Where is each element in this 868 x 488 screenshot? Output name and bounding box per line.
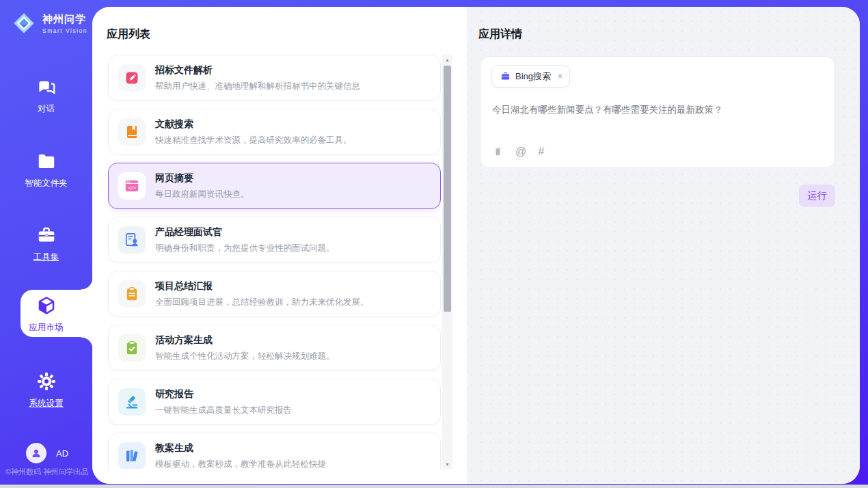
- briefcase-icon: [500, 71, 511, 81]
- app-card-title: 文献搜索: [155, 118, 352, 131]
- app-card[interactable]: 招标文件解析 帮助用户快速、准确地理解和解析招标书中的关键信息: [108, 55, 441, 101]
- app-card-description: 每日政府新闻资讯快查。: [155, 189, 249, 200]
- sidebar-item-chat[interactable]: 对话: [0, 77, 92, 115]
- chat-icon: [36, 77, 57, 97]
- app-card-title: 招标文件解析: [155, 64, 360, 77]
- app-list: 招标文件解析 帮助用户快速、准确地理解和解析招标书中的关键信息 文献搜索 快速精…: [108, 55, 441, 469]
- sidebar: 神州问学 Smart Vision 对话 智能文件夹 工具集 应用市场: [0, 0, 92, 488]
- app-detail-title: 应用详情: [478, 27, 522, 42]
- app-card-title: 研究报告: [155, 388, 292, 401]
- user-avatar-icon: [26, 443, 46, 463]
- browser-code-icon: </>: [118, 172, 146, 200]
- scrollbar: ▲ ▼: [442, 55, 452, 469]
- sidebar-item-toolbox[interactable]: 工具集: [0, 225, 92, 263]
- app-card-title: 网页摘要: [155, 172, 249, 185]
- scroll-up-icon[interactable]: ▲: [442, 55, 452, 64]
- scrollbar-thumb[interactable]: [444, 66, 451, 312]
- edit-doc-icon: [118, 64, 146, 92]
- gear-icon: [36, 371, 57, 392]
- copyright-footer: ©神州数码·神州问学出品: [5, 467, 89, 477]
- user-name: AD: [56, 448, 68, 459]
- brand-subtitle: Smart Vision: [42, 27, 87, 34]
- books-icon: [118, 442, 146, 469]
- bubble-fillet-top: [81, 278, 93, 290]
- bottom-edge-strip: [0, 485, 868, 488]
- tool-chip-bing-search[interactable]: Bing搜索 ×: [491, 65, 570, 87]
- query-input[interactable]: 今日湖北有哪些新闻要点？有哪些需要关注的最新政策？: [492, 103, 823, 117]
- hashtag-icon[interactable]: #: [538, 146, 544, 158]
- sidebar-item-label: 工具集: [0, 252, 92, 263]
- app-detail-panel: 应用详情 Bing搜索 × 今日湖北有哪些新闻要点？有哪些需要关注的最新政策？ …: [467, 7, 860, 484]
- microscope-icon: [118, 388, 146, 416]
- cube-icon: [36, 295, 57, 316]
- attachment-icon[interactable]: [492, 146, 504, 158]
- brand-gem-icon: [11, 10, 37, 36]
- toolbox-icon: [36, 225, 57, 245]
- sidebar-item-label: 智能文件夹: [0, 178, 92, 189]
- book-icon: [118, 118, 146, 146]
- app-card[interactable]: 教案生成 模板驱动，教案秒成，教学准备从此轻松快捷: [108, 433, 441, 469]
- composer-card: Bing搜索 × 今日湖北有哪些新闻要点？有哪些需要关注的最新政策？ @ #: [480, 56, 835, 168]
- close-icon[interactable]: ×: [558, 72, 562, 81]
- app-card-title: 活动方案生成: [155, 334, 335, 347]
- interviewer-icon: [118, 226, 146, 254]
- app-card-title: 产品经理面试官: [155, 226, 335, 239]
- sidebar-item-label: 对话: [0, 103, 92, 115]
- clipboard-icon: [118, 280, 146, 308]
- sidebar-item-label: 系统设置: [0, 398, 92, 409]
- brand-name: 神州问学: [42, 13, 87, 26]
- brand-logo: 神州问学 Smart Vision: [11, 10, 87, 36]
- scroll-down-icon[interactable]: ▼: [442, 459, 452, 469]
- app-card[interactable]: 研究报告 一键智能生成高质量长文本研究报告: [108, 379, 441, 425]
- bubble-fillet-bottom: [81, 337, 93, 349]
- tool-chip-label: Bing搜索: [515, 70, 551, 83]
- sidebar-item-app-market[interactable]: 应用市场: [0, 295, 92, 334]
- app-card[interactable]: 产品经理面试官 明确身份和职责，为您提供专业性的面试问题。: [108, 217, 441, 263]
- mention-icon[interactable]: @: [515, 146, 526, 158]
- app-card[interactable]: 文献搜索 快速精准查找学术资源，提高研究效率的必备工具。: [108, 109, 441, 155]
- sidebar-item-smart-folder[interactable]: 智能文件夹: [0, 151, 92, 189]
- app-card[interactable]: 活动方案生成 智能生成个性化活动方案，轻松解决规划难题。: [108, 325, 441, 371]
- app-list-panel: 应用列表 招标文件解析 帮助用户快速、准确地理解和解析招标书中的关键信息 文献搜…: [92, 7, 467, 484]
- app-card-description: 快速精准查找学术资源，提高研究效率的必备工具。: [155, 135, 352, 146]
- app-card-description: 全面回顾项目进展，总结经验教训，助力未来优化发展。: [155, 297, 369, 308]
- app-card-description: 帮助用户快速、准确地理解和解析招标书中的关键信息: [155, 81, 360, 92]
- app-card[interactable]: 项目总结汇报 全面回顾项目进展，总结经验教训，助力未来优化发展。: [108, 271, 441, 317]
- folder-icon: [36, 151, 57, 172]
- sidebar-item-settings[interactable]: 系统设置: [0, 371, 92, 409]
- app-card[interactable]: </> 网页摘要 每日政府新闻资讯快查。: [108, 163, 441, 209]
- app-card-title: 教案生成: [155, 442, 326, 455]
- app-card-title: 项目总结汇报: [155, 280, 369, 293]
- svg-text:</>: </>: [128, 185, 136, 191]
- app-card-description: 明确身份和职责，为您提供专业性的面试问题。: [155, 243, 335, 254]
- sidebar-item-label: 应用市场: [0, 322, 92, 334]
- app-card-description: 一键智能生成高质量长文本研究报告: [155, 405, 292, 416]
- app-card-description: 智能生成个性化活动方案，轻松解决规划难题。: [155, 351, 335, 362]
- user-account[interactable]: AD: [26, 443, 68, 463]
- app-list-title: 应用列表: [107, 27, 150, 42]
- clipboard-check-icon: [118, 334, 146, 362]
- run-button[interactable]: 运行: [799, 185, 835, 207]
- app-card-description: 模板驱动，教案秒成，教学准备从此轻松快捷: [155, 459, 326, 470]
- main-content: 应用列表 招标文件解析 帮助用户快速、准确地理解和解析招标书中的关键信息 文献搜…: [92, 7, 860, 484]
